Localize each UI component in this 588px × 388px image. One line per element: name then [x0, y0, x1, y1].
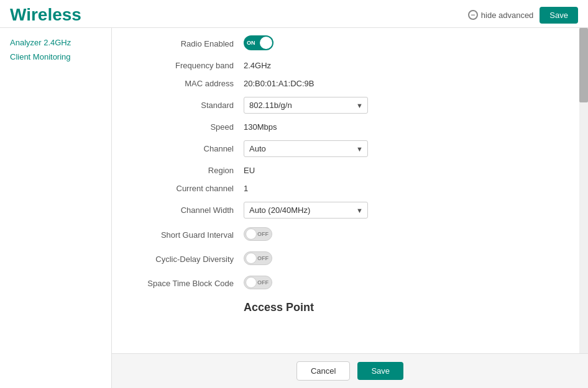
label-speed: Speed [119, 122, 244, 132]
label-cyclic-delay: Cyclic-Delay Diversity [119, 255, 244, 264]
form-row-speed: Speed130Mbps [119, 122, 576, 132]
value-current-channel: 1 [244, 184, 576, 193]
value-mac-address: 20:B0:01:A1:DC:9B [244, 79, 576, 88]
form-row-cyclic-delay: Cyclic-Delay DiversityOFF [119, 251, 576, 267]
scrollbar-track[interactable] [579, 28, 588, 353]
main-content: Analyzer 2.4GHz Client Monitoring Radio … [0, 28, 588, 388]
sidebar-item-client-monitoring[interactable]: Client Monitoring [10, 50, 101, 64]
top-bar: Wireless − hide advanced Save [0, 0, 588, 28]
form-row-channel-width: Channel WidthAuto (20/40MHz)20MHz40MHz▼ [119, 202, 576, 219]
toggle-off-label: OFF [257, 231, 269, 237]
page-title: Wireless [10, 5, 81, 25]
form-row-short-guard-interval: Short Guard IntervalOFF [119, 227, 576, 243]
top-save-button[interactable]: Save [540, 7, 578, 24]
toggle-knob [246, 253, 257, 264]
hide-advanced-label: hide advanced [481, 11, 534, 20]
form-row-standard: Standard802.11b/g/n802.11b/g802.11n▼ [119, 97, 576, 114]
select-wrap-standard: 802.11b/g/n802.11b/g802.11n▼ [244, 97, 368, 114]
value-region: EU [244, 166, 576, 175]
form-row-current-channel: Current channel1 [119, 184, 576, 193]
label-channel: Channel [119, 144, 244, 153]
toggle-on-label: ON [247, 40, 255, 46]
label-current-channel: Current channel [119, 184, 244, 193]
toggle-off-space-time-block[interactable]: OFF [244, 276, 272, 289]
label-mac-address: MAC address [119, 79, 244, 88]
toggle-on-radio-enabled[interactable]: ON [244, 35, 273, 50]
label-frequency-band: Frequency band [119, 61, 244, 70]
sidebar: Analyzer 2.4GHz Client Monitoring [0, 28, 112, 388]
form-row-channel: ChannelAuto123456▼ [119, 140, 576, 157]
value-speed: 130Mbps [244, 122, 576, 132]
toggle-knob [246, 277, 257, 288]
cancel-button[interactable]: Cancel [296, 361, 350, 381]
label-channel-width: Channel Width [119, 205, 244, 215]
hide-advanced-button[interactable]: − hide advanced [468, 10, 534, 20]
label-region: Region [119, 166, 244, 175]
scrollable-content[interactable]: Radio EnabledONFrequency band2.4GHzMAC a… [112, 28, 588, 353]
label-space-time-block: Space Time Block Code [119, 279, 244, 288]
form-row-frequency-band: Frequency band2.4GHz [119, 61, 576, 70]
label-standard: Standard [119, 101, 244, 110]
toggle-off-label: OFF [257, 255, 269, 261]
form-row-mac-address: MAC address20:B0:01:A1:DC:9B [119, 79, 576, 88]
toggle-knob [260, 37, 272, 49]
form-row-space-time-block: Space Time Block CodeOFF [119, 276, 576, 291]
footer-bar: Cancel Save [112, 353, 588, 388]
save-button[interactable]: Save [357, 362, 403, 380]
toggle-off-short-guard-interval[interactable]: OFF [244, 227, 272, 241]
select-standard[interactable]: 802.11b/g/n802.11b/g802.11n [244, 97, 368, 114]
select-wrap-channel-width: Auto (20/40MHz)20MHz40MHz▼ [244, 202, 368, 219]
form-row-radio-enabled: Radio EnabledON [119, 35, 576, 52]
minus-icon: − [468, 10, 478, 20]
toggle-off-label: OFF [257, 279, 269, 286]
label-short-guard-interval: Short Guard Interval [119, 230, 244, 240]
sidebar-item-analyzer-2ghz[interactable]: Analyzer 2.4GHz [10, 35, 101, 50]
select-channel-width[interactable]: Auto (20/40MHz)20MHz40MHz [244, 202, 368, 219]
scrollbar-thumb[interactable] [579, 28, 588, 102]
select-wrap-channel: Auto123456▼ [244, 140, 368, 157]
section-heading: Access Point [244, 301, 576, 314]
toggle-knob [246, 228, 257, 240]
content-area: Radio EnabledONFrequency band2.4GHzMAC a… [112, 28, 588, 388]
select-channel[interactable]: Auto123456 [244, 140, 368, 157]
label-radio-enabled: Radio Enabled [119, 39, 244, 48]
form-row-region: RegionEU [119, 166, 576, 175]
value-frequency-band: 2.4GHz [244, 61, 576, 70]
toggle-off-cyclic-delay[interactable]: OFF [244, 251, 272, 265]
